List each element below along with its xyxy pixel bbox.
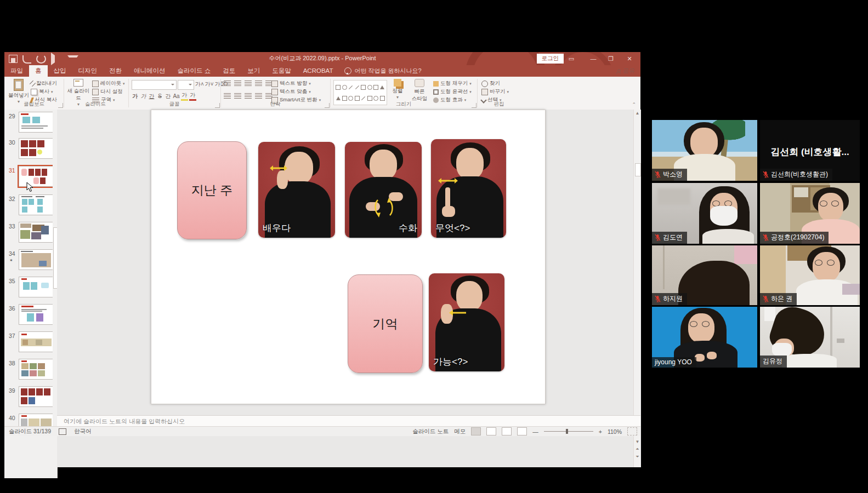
zoom-slider-knob[interactable]: [566, 429, 568, 434]
tab-design[interactable]: 디자인: [72, 65, 104, 77]
tab-file[interactable]: 파일: [4, 65, 29, 77]
minimize-button[interactable]: —: [586, 52, 601, 65]
drawing-dialog-launcher[interactable]: [472, 103, 476, 108]
alignment-buttons[interactable]: [224, 93, 273, 99]
reading-view-button[interactable]: [502, 427, 512, 435]
participant-tile-gongjungho[interactable]: 공정호(21902704): [760, 183, 860, 244]
align-text-button[interactable]: 텍스트 맞춤▾: [271, 88, 311, 95]
tab-home[interactable]: 홈: [29, 65, 48, 77]
scroll-down-icon[interactable]: ▼: [634, 439, 641, 444]
memo-toggle-button[interactable]: 메모: [454, 428, 466, 435]
next-slide-icon[interactable]: ⏷: [634, 454, 641, 460]
font-grow-shrink[interactable]: 가˄가˅가⌦: [195, 81, 228, 88]
find-button[interactable]: 찾기: [481, 80, 500, 87]
text-direction-button[interactable]: 텍스트 방향▾: [271, 80, 311, 87]
shape-icon[interactable]: [380, 85, 384, 89]
char-spacing-button[interactable]: 간: [164, 93, 172, 100]
font-name-combobox[interactable]: [132, 80, 177, 90]
bold-button[interactable]: 가: [132, 93, 139, 100]
shape-icon[interactable]: [342, 96, 347, 101]
sign-photo-sign-language[interactable]: 수화: [345, 142, 422, 238]
participant-tile-hajiwon[interactable]: 하지원: [652, 245, 757, 305]
arrange-button[interactable]: 정렬▾: [388, 79, 407, 100]
shape-icon[interactable]: [355, 96, 360, 101]
close-button[interactable]: ✕: [622, 52, 637, 65]
shape-icon[interactable]: [342, 85, 347, 90]
main-scrollbar-thumb[interactable]: [635, 163, 641, 176]
tab-help[interactable]: 도움말: [266, 65, 297, 77]
layout-button[interactable]: 레이아웃▾: [92, 80, 125, 87]
tab-animation[interactable]: 애니메이션: [128, 65, 172, 77]
zoom-slider[interactable]: [544, 431, 593, 432]
shape-icon[interactable]: [380, 96, 385, 101]
list-indent-buttons[interactable]: [224, 81, 273, 86]
highlight-button[interactable]: 가: [181, 91, 188, 101]
login-button[interactable]: 로그인: [537, 54, 564, 64]
align-right-icon[interactable]: [245, 93, 252, 99]
tab-review[interactable]: 검토: [217, 65, 241, 77]
strikethrough-button[interactable]: S: [156, 93, 163, 100]
shape-fill-button[interactable]: 도형 채우기▾: [433, 80, 472, 87]
language-indicator[interactable]: 한국어: [74, 428, 92, 435]
copy-button[interactable]: 복사▾: [31, 88, 53, 95]
restore-button[interactable]: ❐: [603, 52, 619, 65]
tab-acrobat[interactable]: ACROBAT: [297, 65, 339, 77]
increase-indent-icon[interactable]: [255, 81, 262, 86]
shape-icon[interactable]: [361, 96, 365, 100]
participant-tile-kimyujung[interactable]: 김유정: [760, 307, 860, 368]
shape-icon[interactable]: [373, 96, 378, 101]
shape-icon[interactable]: [367, 96, 372, 101]
fit-to-window-button[interactable]: [627, 427, 637, 435]
participant-tile-parksoyoung[interactable]: 박소영: [652, 120, 757, 181]
sign-photo-what[interactable]: 무엇<?>: [431, 139, 506, 238]
tab-insert[interactable]: 삽입: [48, 65, 72, 77]
font-dialog-launcher[interactable]: [215, 103, 220, 108]
shape-icon[interactable]: [348, 96, 353, 101]
tell-me-search[interactable]: 어떤 작업을 원하시나요?: [339, 65, 427, 77]
shape-outline-button[interactable]: 도형 윤곽선▾: [433, 88, 472, 95]
italic-button[interactable]: 가: [140, 93, 147, 100]
pink-shape-memory[interactable]: 기억: [348, 274, 423, 373]
font-size-combobox[interactable]: [178, 80, 194, 90]
shape-icon[interactable]: [336, 96, 341, 100]
tab-view[interactable]: 보기: [241, 65, 266, 77]
tab-slideshow[interactable]: 슬라이드 쇼: [172, 65, 217, 77]
slideshow-view-button[interactable]: [517, 427, 527, 435]
cut-button[interactable]: 잘라내기: [31, 80, 57, 87]
numbering-icon[interactable]: [234, 81, 241, 86]
participant-tile-haeunkwon[interactable]: 하은 권: [760, 245, 860, 305]
shape-icon[interactable]: [367, 85, 372, 90]
notes-toggle-button[interactable]: 슬라이드 노트: [412, 428, 449, 435]
decrease-indent-icon[interactable]: [245, 81, 252, 86]
font-style-buttons[interactable]: 가 가 간 S 간 Aa 가 가: [132, 91, 196, 101]
justify-icon[interactable]: [255, 93, 262, 99]
clipboard-dialog-launcher[interactable]: [58, 103, 63, 108]
ribbon-display-options-button[interactable]: ▭: [564, 52, 579, 65]
zoom-in-button[interactable]: +: [599, 428, 602, 435]
align-center-icon[interactable]: [234, 93, 241, 99]
paragraph-dialog-launcher[interactable]: [325, 103, 330, 108]
replace-button[interactable]: 바꾸기▾: [481, 88, 509, 95]
quick-styles-button[interactable]: 빠른스타일: [409, 79, 430, 102]
change-case-button[interactable]: Aa: [173, 93, 180, 100]
participant-tile-kimdoyeon[interactable]: 김도연: [652, 183, 757, 244]
align-left-icon[interactable]: [224, 93, 231, 99]
shape-icon[interactable]: [355, 85, 359, 89]
bullets-icon[interactable]: [224, 81, 231, 86]
share-button[interactable]: 공유: [616, 65, 635, 77]
shape-icon[interactable]: [336, 85, 341, 90]
collapse-ribbon-icon[interactable]: ⌃: [632, 102, 636, 107]
pink-shape-last-week[interactable]: 지난 주: [177, 141, 247, 239]
zoom-out-button[interactable]: —: [532, 428, 538, 435]
notes-pane[interactable]: 여기에 슬라이드 노트의 내용을 입력하십시오: [57, 415, 640, 426]
slide-sorter-view-button[interactable]: [486, 427, 496, 435]
font-color-button[interactable]: 가: [189, 91, 196, 101]
slide-canvas[interactable]: 지난 주 배우다 수화 무엇<?> 기억: [151, 110, 546, 404]
participant-tile-jiyoungyoo-active-speaker[interactable]: jiyoung YOO: [652, 307, 757, 368]
zoom-level[interactable]: 110%: [608, 428, 622, 435]
participant-tile-kimsunhee[interactable]: 김선희 (비호생활... 김선희(비호생활관): [760, 120, 860, 181]
normal-view-button[interactable]: [471, 427, 481, 435]
shape-icon[interactable]: [361, 85, 366, 90]
thumbnail-scrollbar[interactable]: [53, 110, 57, 478]
reset-button[interactable]: 다시 설정: [92, 88, 123, 95]
